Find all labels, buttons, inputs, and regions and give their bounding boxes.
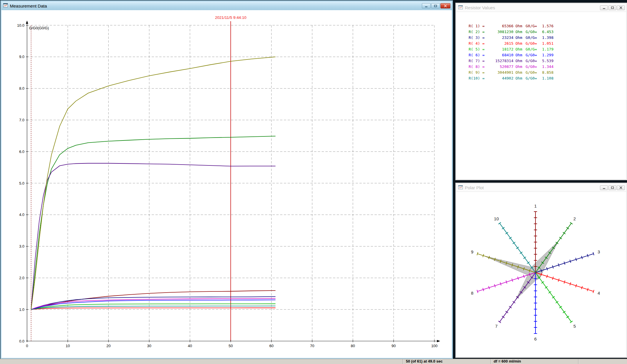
polar-tick bbox=[527, 262, 530, 264]
resistor-row: R( 7) =15278314OhmG/G0=5.539 bbox=[469, 58, 626, 64]
polar-axis-label-4: 4 bbox=[598, 291, 600, 295]
resistor-ratio-label: G/G0= bbox=[524, 64, 538, 69]
status-flow: df = 600 ml/min bbox=[490, 359, 578, 364]
resistor-ohm-value: 65366 bbox=[487, 24, 513, 28]
resistor-ratio-label: G/G0= bbox=[524, 41, 538, 46]
close-icon bbox=[619, 186, 622, 189]
status-spacer bbox=[0, 359, 403, 364]
polar-tick bbox=[498, 321, 501, 323]
polar-axis-label-3: 3 bbox=[598, 249, 600, 254]
resistor-ohm-value: 15278314 bbox=[487, 59, 513, 63]
measurement-titlebar[interactable]: Measurement Data bbox=[1, 1, 452, 10]
close-button[interactable] bbox=[617, 6, 625, 10]
resistor-window-title: Resistor Values bbox=[465, 5, 495, 10]
maximize-icon bbox=[611, 186, 614, 189]
x-tick-label: 70 bbox=[310, 344, 314, 348]
window-icon bbox=[458, 5, 463, 10]
minimize-button[interactable] bbox=[422, 3, 431, 8]
minimize-button[interactable] bbox=[600, 6, 608, 10]
resistor-ratio-label: G/G0= bbox=[524, 76, 538, 80]
maximize-icon bbox=[434, 5, 437, 7]
polar-tick bbox=[567, 316, 569, 318]
polar-tick bbox=[567, 227, 569, 229]
polar-tick bbox=[506, 232, 508, 234]
polar-tick bbox=[559, 237, 562, 239]
resistor-ohm-value: 23234 bbox=[487, 35, 513, 40]
x-tick-label: 0 bbox=[26, 344, 28, 348]
resistor-ohm-value: 68410 bbox=[487, 53, 513, 57]
resistor-ohm-value: 3044901 bbox=[487, 70, 513, 75]
resistor-ratio-value: 1.576 bbox=[538, 24, 553, 28]
resistor-row: R(10) =44902OhmG/G0=1.108 bbox=[469, 75, 626, 81]
maximize-icon bbox=[611, 6, 614, 9]
resistor-unit: Ohm bbox=[513, 53, 524, 57]
y-axis-title: G/G0(G0/G) bbox=[29, 26, 49, 30]
x-tick-label: 50 bbox=[229, 344, 233, 348]
resistor-label: R( 9) = bbox=[469, 70, 487, 75]
resistor-row: R( 5) =18172OhmG0/G=1.179 bbox=[469, 46, 626, 52]
resistor-ratio-label: G0/G= bbox=[524, 35, 538, 40]
resistor-ratio-value: 1.299 bbox=[538, 53, 553, 57]
close-icon bbox=[444, 5, 447, 7]
y-tick-label: 4.0 bbox=[19, 212, 24, 217]
resistor-label: R( 7) = bbox=[469, 59, 487, 63]
polar-tick bbox=[513, 242, 515, 244]
maximize-button[interactable] bbox=[608, 185, 616, 190]
resistor-unit: Ohm bbox=[513, 70, 524, 75]
y-tick-label: 2.0 bbox=[19, 276, 24, 280]
resistor-ratio-label: G/G0= bbox=[524, 70, 538, 75]
close-button[interactable] bbox=[617, 185, 625, 190]
resistor-ratio-label: G/G0= bbox=[524, 30, 538, 34]
polar-window-title: Polar Plot bbox=[465, 185, 484, 190]
status-rest bbox=[578, 359, 627, 364]
measurement-chart[interactable]: 2021/11/5 9:44:1001020304050607080901000… bbox=[1, 10, 452, 359]
polar-tick bbox=[509, 306, 512, 308]
resistor-row: R( 8) =520877OhmG/G0=1.344 bbox=[469, 64, 626, 69]
y-tick-label: 6.0 bbox=[19, 149, 24, 154]
x-axis-arrow-icon bbox=[437, 340, 440, 342]
polar-titlebar[interactable]: Polar Plot bbox=[456, 184, 626, 192]
polar-axis-label-1: 1 bbox=[534, 203, 537, 208]
polar-tick bbox=[570, 222, 573, 224]
polar-tick bbox=[545, 286, 548, 289]
y-tick-label: 10.0 bbox=[17, 23, 24, 28]
y-tick-label: 8.0 bbox=[19, 86, 24, 91]
status-progress: 50 (of 61) at 49.0 sec bbox=[403, 359, 490, 364]
minimize-icon bbox=[603, 186, 605, 189]
polar-plot-chart[interactable]: 12345678910 bbox=[456, 192, 626, 357]
y-tick-label: 9.0 bbox=[19, 55, 24, 59]
resistor-row: R( 3) =23234OhmG0/G=1.398 bbox=[469, 35, 626, 40]
polar-tick bbox=[502, 227, 505, 229]
polar-plot-area: 12345678910 bbox=[456, 192, 626, 357]
resistor-label: R( 6) = bbox=[469, 53, 487, 57]
resistor-label: R( 4) = bbox=[469, 41, 487, 46]
polar-axis-label-7: 7 bbox=[495, 324, 497, 329]
polar-tick bbox=[524, 257, 526, 259]
resistor-label: R(10) = bbox=[469, 76, 487, 80]
status-bar: 50 (of 61) at 49.0 sec df = 600 ml/min bbox=[0, 359, 627, 364]
x-tick-label: 30 bbox=[147, 344, 151, 348]
x-tick-label: 40 bbox=[188, 344, 192, 348]
resistor-label: R( 1) = bbox=[469, 24, 487, 28]
close-button[interactable] bbox=[440, 3, 450, 8]
maximize-button[interactable] bbox=[608, 6, 616, 10]
close-icon bbox=[619, 6, 622, 9]
maximize-button[interactable] bbox=[431, 3, 440, 8]
y-axis-arrow-icon bbox=[26, 21, 28, 24]
polar-axis-label-5: 5 bbox=[573, 324, 576, 329]
polar-tick bbox=[520, 252, 522, 254]
resistor-titlebar[interactable]: Resistor Values bbox=[456, 4, 626, 12]
measurement-chart-area: 2021/11/5 9:44:1001020304050607080901000… bbox=[1, 10, 452, 359]
x-tick-label: 80 bbox=[351, 344, 355, 348]
polar-axis-label-9: 9 bbox=[471, 249, 473, 254]
resistor-row: R( 1) =65366OhmG0/G=1.576 bbox=[469, 23, 626, 29]
polar-tick bbox=[563, 232, 565, 234]
polar-axis-label-10: 10 bbox=[494, 216, 499, 221]
polar-tick bbox=[552, 296, 555, 298]
resistor-unit: Ohm bbox=[513, 47, 524, 51]
window-icon bbox=[458, 185, 463, 190]
minimize-button[interactable] bbox=[600, 185, 608, 190]
resistor-unit: Ohm bbox=[513, 64, 524, 69]
polar-axis-label-2: 2 bbox=[573, 216, 576, 221]
resistor-unit: Ohm bbox=[513, 76, 524, 80]
